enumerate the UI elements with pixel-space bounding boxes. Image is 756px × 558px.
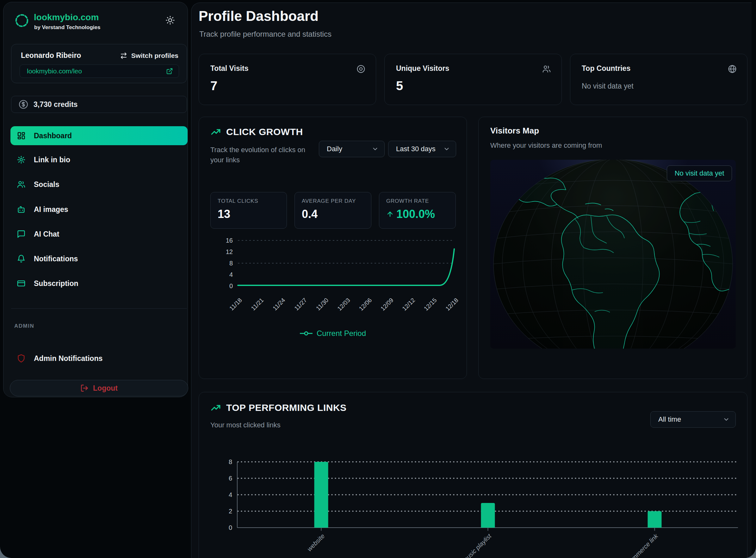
profile-url-link[interactable]: lookmybio.com/leo xyxy=(20,65,179,78)
frequency-dropdown-value: Daily xyxy=(327,145,342,153)
sun-icon xyxy=(166,16,175,25)
stat-value: 7 xyxy=(210,79,217,93)
click-growth-title: CLICK GROWTH xyxy=(226,127,303,137)
sidebar-divider xyxy=(11,308,187,309)
stat-title: Top Countries xyxy=(582,64,630,73)
sidebar-item-admin-notifications[interactable]: Admin Notifications xyxy=(10,349,187,368)
total-visits-card: Total Visits 7 xyxy=(199,54,376,105)
eye-icon xyxy=(356,64,366,74)
legend-line-marker-icon xyxy=(300,331,313,336)
brand-logo-icon xyxy=(14,13,29,28)
sidebar-item-label: Notifications xyxy=(34,255,78,263)
svg-text:11/30: 11/30 xyxy=(315,297,330,311)
click-growth-line-chart: 161284011/1811/2111/2411/2711/3012/0312/… xyxy=(218,235,461,333)
svg-text:12/06: 12/06 xyxy=(358,297,373,312)
mini-stat-label: TOTAL CLICKS xyxy=(218,198,280,204)
chevron-down-icon xyxy=(723,416,730,423)
globe-graphic xyxy=(490,160,736,349)
average-per-day-box: AVERAGE PER DAY 0.4 xyxy=(295,192,371,229)
svg-text:12/15: 12/15 xyxy=(423,297,438,312)
sidebar-item-socials[interactable]: Socials xyxy=(10,175,187,194)
sidebar-item-label: Subscription xyxy=(34,279,78,288)
credits-badge[interactable]: 3,730 credits xyxy=(11,96,187,113)
stat-title: Unique Visitors xyxy=(396,64,449,73)
unique-visitors-card: Unique Visitors 5 xyxy=(384,54,562,105)
credits-label: 3,730 credits xyxy=(33,100,77,109)
chart-legend: Current Period xyxy=(199,329,467,338)
app-window: lookmybio.com by Verstand Technologies L… xyxy=(0,0,756,558)
all-time-dropdown-value: All time xyxy=(658,415,681,424)
svg-text:website: website xyxy=(306,532,326,553)
users-icon xyxy=(542,64,551,74)
frequency-dropdown[interactable]: Daily xyxy=(319,141,385,157)
all-time-dropdown[interactable]: All time xyxy=(650,411,736,428)
gear-icon xyxy=(17,155,26,164)
sidebar-item-notifications[interactable]: Notifications xyxy=(10,249,187,268)
sidebar-item-dashboard[interactable]: Dashboard xyxy=(10,126,187,145)
stat-title: Total Visits xyxy=(210,64,249,73)
trending-up-icon xyxy=(210,402,221,413)
svg-text:2: 2 xyxy=(229,508,232,515)
sidebar-item-label: Link in bio xyxy=(34,156,70,164)
svg-text:11/27: 11/27 xyxy=(293,297,308,311)
sidebar-item-subscription[interactable]: Subscription xyxy=(10,274,187,293)
globe-icon xyxy=(728,64,737,74)
map-no-data-badge: No visit data yet xyxy=(667,166,732,181)
switch-profiles-button[interactable]: Switch profiles xyxy=(120,52,178,59)
sidebar-item-label: Dashboard xyxy=(34,132,72,140)
swap-arrows-icon xyxy=(120,52,127,59)
credit-card-icon xyxy=(17,279,26,288)
page-subtitle: Track profile performance and statistics xyxy=(199,30,331,39)
click-growth-header: CLICK GROWTH xyxy=(210,127,303,137)
sidebar-item-link-in-bio[interactable]: Link in bio xyxy=(10,150,187,169)
svg-text:music playlist: music playlist xyxy=(461,532,493,558)
chevron-down-icon xyxy=(372,146,379,152)
range-dropdown[interactable]: Last 30 days xyxy=(388,141,456,157)
legend-label: Current Period xyxy=(317,329,366,338)
visitors-map-title: Visitors Map xyxy=(490,126,539,136)
sidebar-item-label: AI Chat xyxy=(34,230,59,238)
top-countries-card: Top Countries No visit data yet xyxy=(570,54,748,105)
visitors-globe-map[interactable] xyxy=(490,160,736,349)
svg-text:11/18: 11/18 xyxy=(228,297,243,311)
sidebar-item-label: Socials xyxy=(34,180,59,189)
profile-card: Leonardo Ribeiro Switch profiles lookmyb… xyxy=(11,44,187,83)
mini-stat-value: 100.0% xyxy=(396,207,435,221)
bell-icon xyxy=(17,254,26,263)
svg-text:12/12: 12/12 xyxy=(401,297,416,312)
users-icon xyxy=(17,180,26,189)
mini-stat-value: 13 xyxy=(218,207,280,221)
top-links-header: TOP PERFORMING LINKS xyxy=(210,402,347,413)
growth-rate-box: GROWTH RATE 100.0% xyxy=(379,192,456,229)
svg-text:12: 12 xyxy=(226,248,233,255)
svg-text:12/18: 12/18 xyxy=(444,297,459,312)
external-link-icon xyxy=(166,68,173,75)
svg-text:0: 0 xyxy=(229,282,233,289)
logout-icon xyxy=(80,384,89,392)
trending-up-icon xyxy=(210,127,221,137)
mini-stat-value: 0.4 xyxy=(302,207,364,221)
logout-label: Logout xyxy=(93,384,118,392)
svg-text:ecommerce link: ecommerce link xyxy=(623,532,659,558)
dollar-coin-icon xyxy=(18,99,28,109)
sidebar-item-label: AI images xyxy=(34,205,68,214)
svg-text:8: 8 xyxy=(229,260,233,267)
sidebar-item-ai-chat[interactable]: AI Chat xyxy=(10,225,187,244)
theme-toggle-button[interactable] xyxy=(166,16,175,25)
svg-text:16: 16 xyxy=(226,237,233,244)
brand-byline: by Verstand Technologies xyxy=(34,24,100,31)
svg-text:8: 8 xyxy=(229,458,232,465)
top-links-title: TOP PERFORMING LINKS xyxy=(226,402,347,413)
brand-name: lookmybio.com xyxy=(34,12,99,22)
arrow-up-icon xyxy=(386,210,394,218)
svg-text:6: 6 xyxy=(229,475,232,482)
top-links-bar-chart: 86420websitemusic playlistecommerce link xyxy=(218,455,744,558)
logout-button[interactable]: Logout xyxy=(10,380,188,396)
robot-icon xyxy=(17,205,26,214)
mini-stat-label: AVERAGE PER DAY xyxy=(302,198,364,204)
sidebar: lookmybio.com by Verstand Technologies L… xyxy=(3,2,188,397)
sidebar-item-ai-images[interactable]: AI images xyxy=(10,200,187,219)
svg-text:12/03: 12/03 xyxy=(336,297,351,312)
admin-section-label: ADMIN xyxy=(14,323,34,329)
sidebar-item-label: Admin Notifications xyxy=(34,354,102,363)
